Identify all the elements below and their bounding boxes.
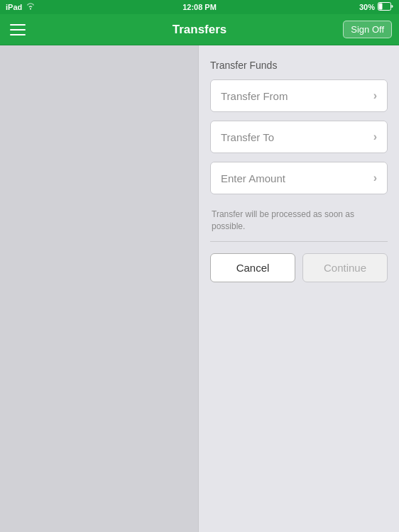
battery-icon xyxy=(378,2,393,12)
transfer-from-section: Transfer From › xyxy=(210,79,388,112)
info-text: Transfer will be processed as soon as po… xyxy=(210,203,388,234)
menu-line-1 xyxy=(10,24,26,26)
button-row: Cancel Continue xyxy=(210,253,388,282)
svg-rect-1 xyxy=(379,4,383,10)
continue-button: Continue xyxy=(302,253,388,282)
page-title: Transfers xyxy=(173,23,227,37)
menu-line-2 xyxy=(10,29,26,31)
left-panel xyxy=(0,45,199,532)
status-time: 12:08 PM xyxy=(182,3,217,11)
right-panel: Transfer Funds Transfer From › Transfer … xyxy=(199,45,399,532)
status-right: 30% xyxy=(359,2,393,12)
enter-amount-section: Enter Amount › xyxy=(210,162,388,194)
wifi-icon xyxy=(26,3,35,11)
sign-off-button[interactable]: Sign Off xyxy=(343,21,392,38)
enter-amount-chevron: › xyxy=(373,172,377,184)
transfer-to-label: Transfer To xyxy=(221,131,274,143)
menu-button[interactable] xyxy=(7,17,33,43)
main-content: Transfer Funds Transfer From › Transfer … xyxy=(0,45,399,532)
battery-label: 30% xyxy=(359,3,375,11)
nav-bar: Transfers Sign Off xyxy=(0,14,399,45)
status-left: iPad xyxy=(6,3,35,11)
transfer-to-section: Transfer To › xyxy=(210,121,388,153)
divider xyxy=(210,241,388,242)
enter-amount-row[interactable]: Enter Amount › xyxy=(211,162,387,194)
transfer-to-chevron: › xyxy=(373,131,377,143)
section-title: Transfer Funds xyxy=(210,60,388,71)
cancel-button[interactable]: Cancel xyxy=(210,253,295,282)
device-label: iPad xyxy=(6,3,22,11)
transfer-to-row[interactable]: Transfer To › xyxy=(211,121,387,153)
transfer-from-chevron: › xyxy=(373,89,377,102)
status-bar: iPad 12:08 PM 30% xyxy=(0,0,399,14)
menu-line-3 xyxy=(10,34,26,35)
transfer-from-label: Transfer From xyxy=(221,90,288,102)
enter-amount-label: Enter Amount xyxy=(221,172,285,184)
transfer-from-row[interactable]: Transfer From › xyxy=(211,80,387,111)
